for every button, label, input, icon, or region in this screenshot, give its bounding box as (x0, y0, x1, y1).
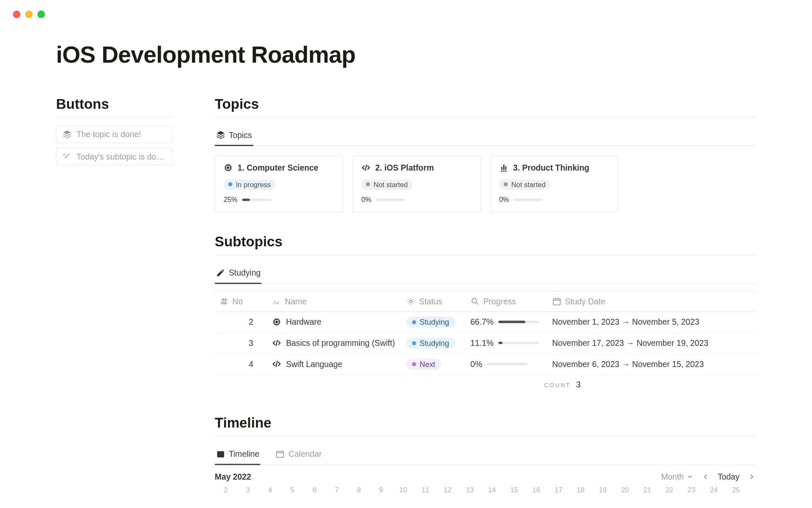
status-badge: Studying (406, 316, 455, 327)
timeline-next-button[interactable] (748, 472, 756, 480)
timeline-day: 12 (436, 486, 458, 494)
cell-progress: 0% (466, 357, 547, 371)
cell-status: Studying (401, 314, 466, 330)
chip-icon (224, 163, 233, 172)
tab-topics[interactable]: Topics (215, 126, 253, 146)
cell-name: Swift Language (267, 357, 401, 371)
svg-rect-1 (227, 166, 230, 169)
tab-studying[interactable]: Studying (215, 263, 262, 283)
svg-rect-7 (275, 321, 278, 323)
topics-heading: Topics (215, 96, 756, 112)
progress-bar (487, 363, 528, 365)
topic-card[interactable]: 3. Product Thinking Not started 0% (490, 155, 619, 213)
divider (215, 436, 756, 436)
topic-done-button[interactable]: The topic is done! (56, 126, 173, 143)
svg-point-4 (472, 298, 477, 303)
layers-icon (63, 130, 72, 139)
cell-name: Hardware (267, 315, 401, 329)
timeline-month-label: May 2022 (215, 472, 251, 481)
card-title: 2. iOS Platform (375, 163, 433, 172)
svg-point-3 (410, 300, 412, 303)
cell-name: Basics of programming (Swift) (267, 336, 401, 350)
timeline-day: 14 (481, 486, 503, 494)
wand-icon (63, 152, 72, 161)
chevron-right-icon (748, 472, 756, 480)
cell-no: 3 (215, 336, 267, 350)
subtopic-done-button[interactable]: Today's subtopic is do… (56, 148, 173, 165)
divider (215, 254, 756, 255)
status-badge: Next (406, 359, 441, 370)
timeline-heading: Timeline (215, 414, 756, 431)
svg-rect-5 (553, 298, 560, 305)
close-window-icon[interactable] (13, 11, 20, 18)
col-no[interactable]: No (215, 293, 267, 309)
minimize-window-icon[interactable] (25, 11, 33, 18)
timeline-today-button[interactable]: Today (718, 472, 740, 481)
divider (56, 117, 173, 117)
calendar-icon (276, 449, 285, 458)
window-controls (0, 0, 812, 18)
progress-bar (376, 199, 405, 201)
progress-text: 25% (224, 196, 238, 204)
status-icon (406, 296, 415, 306)
tab-label: Topics (229, 130, 252, 140)
chevron-left-icon (701, 472, 709, 480)
tab-timeline[interactable]: Timeline (215, 444, 261, 464)
timeline-day: 19 (592, 486, 614, 494)
calendar-icon (216, 449, 225, 458)
table-row[interactable]: 2 Hardware Studying 66.7% November 1, 20… (215, 312, 756, 333)
layers-icon (216, 130, 225, 140)
text-icon: Aa (272, 296, 281, 306)
timeline-day: 17 (547, 486, 569, 494)
progress-bar (242, 199, 272, 201)
timeline-day: 6 (304, 486, 326, 494)
status-badge: In progress (224, 179, 276, 190)
chip-icon (272, 317, 281, 326)
cell-no: 2 (215, 315, 267, 329)
row-count: COUNT 3 (215, 375, 756, 393)
subtopics-tabs: Studying (215, 263, 756, 284)
cell-progress: 66.7% (466, 315, 547, 329)
table-row[interactable]: 4 Swift Language Next 0% November 6, 202… (215, 354, 756, 375)
button-label: Today's subtopic is do… (77, 152, 165, 161)
table-header: No Aa Name Status Progress (215, 291, 756, 312)
col-status[interactable]: Status (401, 293, 466, 309)
cell-status: Next (401, 356, 466, 372)
cell-status: Studying (401, 335, 466, 351)
timeline-day: 21 (636, 486, 658, 494)
timeline-scale-selector[interactable]: Month (661, 472, 693, 481)
page-title: iOS Development Roadmap (56, 41, 756, 68)
topic-card[interactable]: 2. iOS Platform Not started 0% (353, 155, 481, 213)
tab-calendar[interactable]: Calendar (274, 444, 323, 464)
timeline-day: 5 (281, 486, 303, 494)
status-badge: Not started (361, 179, 412, 190)
progress-text: 0% (361, 196, 371, 204)
col-study-date[interactable]: Study Date (547, 293, 734, 309)
progress-text: 0% (499, 196, 509, 204)
cell-progress: 11.1% (466, 336, 547, 350)
code-icon (272, 338, 281, 348)
timeline-prev-button[interactable] (701, 472, 709, 480)
col-name[interactable]: Aa Name (267, 293, 401, 309)
edit-icon (216, 268, 225, 277)
topic-card[interactable]: 1. Computer Science In progress 25% (215, 155, 343, 213)
timeline-day: 23 (680, 486, 702, 494)
timeline-day: 20 (614, 486, 636, 494)
timeline-day: 9 (370, 486, 392, 494)
timeline-day: 25 (725, 486, 747, 494)
progress-bar (498, 321, 539, 323)
timeline-day: 18 (570, 486, 592, 494)
search-icon (470, 296, 480, 306)
timeline-day: 24 (703, 486, 725, 494)
divider (215, 117, 756, 117)
col-progress[interactable]: Progress (466, 293, 547, 309)
table-row[interactable]: 3 Basics of programming (Swift) Studying… (215, 333, 756, 354)
timeline-day: 15 (503, 486, 525, 494)
timeline-day: 16 (525, 486, 547, 494)
zoom-window-icon[interactable] (37, 11, 45, 18)
progress-bar (514, 199, 543, 201)
status-badge: Studying (406, 337, 455, 348)
buttons-heading: Buttons (56, 96, 173, 112)
cell-study-date: November 1, 2023 → November 5, 2023 (547, 315, 734, 329)
chart-icon (499, 163, 508, 172)
